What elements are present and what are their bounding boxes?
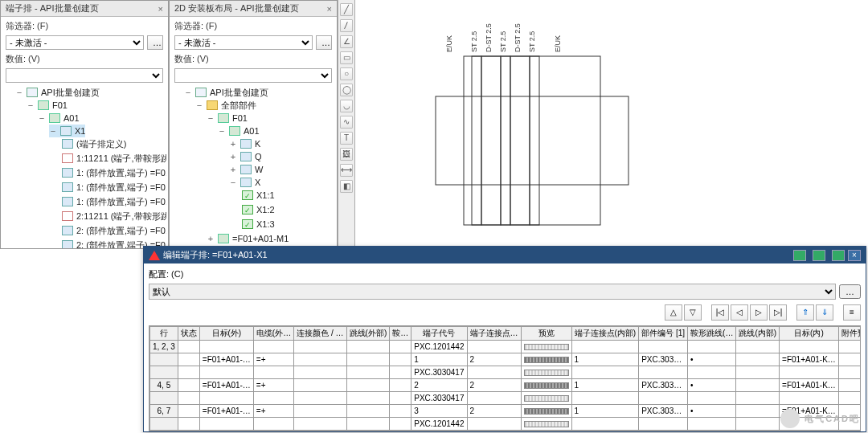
grid-cell[interactable] <box>838 353 861 366</box>
tool-circle-icon[interactable]: ○ <box>340 67 353 80</box>
grid-cell[interactable] <box>178 379 199 392</box>
grid-cell[interactable] <box>178 341 199 353</box>
grid-cell[interactable] <box>346 366 390 379</box>
grid-cell[interactable] <box>736 392 780 405</box>
grid-cell[interactable]: =F01+A01-K… <box>780 379 839 392</box>
grid-cell[interactable] <box>736 379 780 392</box>
grid-cell[interactable] <box>294 418 346 431</box>
grid-cell[interactable]: =F01+A01-… <box>199 353 253 366</box>
filter-select-mid[interactable]: - 未激活 - <box>174 35 313 50</box>
grid-cell[interactable] <box>467 418 521 431</box>
grid-cell[interactable] <box>736 366 780 379</box>
grid-cell[interactable] <box>688 392 736 405</box>
grid-cell[interactable] <box>294 366 346 379</box>
grid-cell[interactable] <box>294 341 346 353</box>
grid-cell[interactable]: =+ <box>253 353 293 366</box>
tb-btn-extra[interactable]: ≡ <box>843 304 861 321</box>
col-header[interactable]: 预览 <box>521 327 571 341</box>
grid-cell[interactable] <box>838 392 861 405</box>
grid-cell[interactable]: PXC.3030417 <box>411 392 467 405</box>
tool-ellipse-icon[interactable]: ◯ <box>340 84 353 96</box>
grid-cell[interactable] <box>253 341 293 353</box>
tb-btn-2[interactable]: ▽ <box>684 304 702 321</box>
grid-cell[interactable] <box>780 392 839 405</box>
col-header[interactable]: 附件预览 <box>838 327 861 341</box>
grid-cell[interactable] <box>346 405 390 418</box>
grid-cell[interactable]: 2 <box>467 379 521 392</box>
value-select-mid[interactable] <box>174 68 332 83</box>
grid-cell[interactable] <box>178 366 199 379</box>
tool-curve-icon[interactable]: ∿ <box>340 116 353 129</box>
grid-cell[interactable] <box>390 379 411 392</box>
grid-cell[interactable] <box>294 392 346 405</box>
grid-cell[interactable] <box>521 341 571 353</box>
tool-angle-icon[interactable]: ∠ <box>340 35 353 48</box>
grid-cell[interactable] <box>390 418 411 431</box>
grid-cell[interactable]: 3 <box>411 405 467 418</box>
grid-cell[interactable] <box>346 418 390 431</box>
grid-cell[interactable] <box>571 392 639 405</box>
grid-cell[interactable] <box>346 341 390 353</box>
grid-cell[interactable] <box>838 379 861 392</box>
grid-cell[interactable]: PXC.303… <box>639 405 688 418</box>
tb-btn-down[interactable]: ⇓ <box>816 304 833 321</box>
titlebar-icon-3[interactable] <box>832 250 845 261</box>
grid-cell[interactable] <box>571 418 639 431</box>
grid-cell[interactable] <box>736 405 780 418</box>
tool-extra-icon[interactable]: ◧ <box>340 180 353 193</box>
config-more-button[interactable]: … <box>839 284 861 299</box>
grid-cell[interactable] <box>688 418 736 431</box>
dialog-close-button[interactable]: × <box>848 250 861 261</box>
tree-root[interactable]: API批量创建页 <box>41 86 100 99</box>
titlebar-icon-1[interactable] <box>793 250 806 261</box>
grid-cell[interactable]: PXC.3030417 <box>411 366 467 379</box>
tree-left[interactable]: −API批量创建页 −F01 −A01 −X1 (端子排定义) <box>2 84 166 248</box>
grid-cell[interactable] <box>838 366 861 379</box>
grid-cell[interactable]: PXC.303… <box>639 379 688 392</box>
dialog-titlebar[interactable]: 编辑端子排: =F01+A01-X1 × <box>144 247 866 263</box>
grid-cell[interactable] <box>467 341 521 353</box>
col-header[interactable]: 端子连接点(内部) <box>571 327 639 341</box>
grid-cell[interactable] <box>688 366 736 379</box>
col-header[interactable]: 跳线(内部) <box>736 327 780 341</box>
grid-cell[interactable] <box>571 341 639 353</box>
grid-cell[interactable] <box>346 353 390 366</box>
col-header[interactable]: 部件编号 [1] <box>639 327 688 341</box>
tool-polyline-icon[interactable]: 〳 <box>340 19 353 32</box>
grid-cell[interactable] <box>838 405 861 418</box>
tb-btn-1[interactable]: △ <box>665 304 682 321</box>
grid-cell[interactable] <box>521 379 571 392</box>
config-select[interactable]: 默认 <box>149 284 836 300</box>
grid-cell[interactable] <box>736 353 780 366</box>
col-header[interactable]: 鞍形跳线(… <box>688 327 736 341</box>
grid-cell[interactable] <box>253 392 293 405</box>
col-header[interactable]: 连接颜色 / … <box>294 327 346 341</box>
grid-cell[interactable] <box>467 366 521 379</box>
grid-cell[interactable] <box>253 418 293 431</box>
grid-cell[interactable] <box>346 379 390 392</box>
tool-rect-icon[interactable]: ▭ <box>340 51 353 64</box>
grid-cell[interactable]: 1 <box>571 353 639 366</box>
col-header[interactable]: 目标(内) <box>780 327 839 341</box>
grid-cell[interactable]: =+ <box>253 379 293 392</box>
grid-cell[interactable] <box>521 418 571 431</box>
grid-cell[interactable] <box>390 353 411 366</box>
grid-cell[interactable]: 6, 7 <box>150 405 178 418</box>
grid-cell[interactable] <box>736 341 780 353</box>
tree-x1[interactable]: X1 <box>75 125 85 137</box>
grid-cell[interactable] <box>253 366 293 379</box>
grid-cell[interactable] <box>390 341 411 353</box>
grid-cell[interactable]: =F01+A01-K… <box>780 405 839 418</box>
grid-cell[interactable]: 2 <box>467 405 521 418</box>
grid-cell[interactable]: • <box>688 379 736 392</box>
grid-cell[interactable] <box>639 392 688 405</box>
grid-cell[interactable] <box>521 392 571 405</box>
grid-cell[interactable] <box>346 392 390 405</box>
grid-cell[interactable] <box>467 392 521 405</box>
grid-cell[interactable]: =+ <box>253 405 293 418</box>
titlebar-icon-2[interactable] <box>813 250 825 261</box>
grid-cell[interactable] <box>639 366 688 379</box>
grid-cell[interactable] <box>199 366 253 379</box>
col-header[interactable]: 端子代号 <box>411 327 467 341</box>
tb-btn-6[interactable]: ▷| <box>769 304 787 321</box>
